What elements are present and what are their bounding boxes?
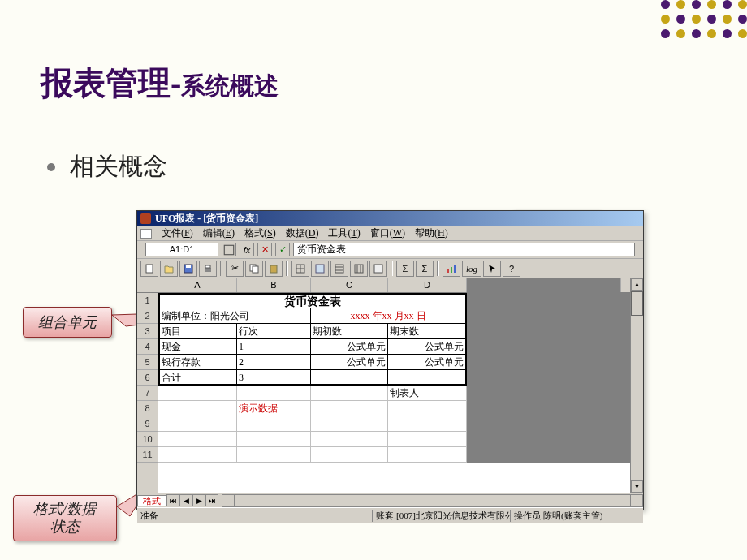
cell-date[interactable]: xxxx 年xx 月xx 日 bbox=[311, 308, 467, 324]
tab-nav-last[interactable]: ⏭ bbox=[205, 494, 218, 506]
cell[interactable]: 期初数 bbox=[311, 324, 388, 339]
cell[interactable]: 1 bbox=[237, 339, 311, 355]
table-row bbox=[158, 432, 643, 447]
cell[interactable] bbox=[237, 447, 311, 463]
cell[interactable]: 银行存款 bbox=[158, 355, 237, 370]
menu-help[interactable]: 帮助(H) bbox=[415, 226, 448, 240]
pointer-button[interactable] bbox=[483, 261, 501, 277]
row-header-5[interactable]: 5 bbox=[137, 355, 158, 370]
cell[interactable] bbox=[311, 386, 388, 401]
formula-input[interactable]: 货币资金表 bbox=[293, 243, 635, 256]
cell[interactable] bbox=[158, 386, 237, 401]
cell[interactable]: 公式单元 bbox=[311, 355, 388, 370]
grid-button-4[interactable] bbox=[350, 261, 368, 277]
tab-nav-first[interactable]: ⏮ bbox=[166, 494, 179, 506]
cell[interactable]: 2 bbox=[237, 355, 311, 370]
open-button[interactable] bbox=[160, 261, 178, 277]
paste-button[interactable] bbox=[265, 261, 283, 277]
cell[interactable] bbox=[311, 432, 388, 447]
menu-data[interactable]: 数据(D) bbox=[286, 226, 319, 240]
cell[interactable]: 期末数 bbox=[388, 324, 467, 339]
cell[interactable] bbox=[158, 447, 237, 463]
col-header-d[interactable]: D bbox=[388, 278, 467, 292]
row-header-7[interactable]: 7 bbox=[137, 386, 158, 401]
fx-button[interactable]: fx bbox=[240, 243, 254, 256]
cell[interactable] bbox=[237, 386, 311, 401]
vertical-scrollbar[interactable]: ▲ ▼ bbox=[630, 278, 643, 493]
cell[interactable]: 合计 bbox=[158, 370, 237, 386]
check-icon[interactable]: ✓ bbox=[275, 243, 290, 256]
new-button[interactable] bbox=[140, 261, 158, 277]
grid-button-3[interactable] bbox=[330, 261, 348, 277]
cut-button[interactable]: ✂ bbox=[226, 261, 244, 277]
row-header-2[interactable]: 2 bbox=[137, 308, 158, 324]
row-header-6[interactable]: 6 bbox=[137, 370, 158, 386]
cell[interactable] bbox=[311, 370, 388, 386]
row-header-1[interactable]: 1 bbox=[137, 293, 158, 308]
cell[interactable] bbox=[311, 447, 388, 463]
menu-file[interactable]: 文件(F) bbox=[162, 226, 193, 240]
table-row: 演示数据 bbox=[158, 401, 643, 416]
copy-button[interactable] bbox=[245, 261, 263, 277]
cell[interactable]: 公式单元 bbox=[311, 339, 388, 355]
cell-reference[interactable]: A1:D1 bbox=[145, 243, 218, 256]
row-header-3[interactable]: 3 bbox=[137, 324, 158, 339]
cell[interactable] bbox=[311, 416, 388, 432]
cell[interactable] bbox=[388, 401, 467, 416]
svg-rect-8 bbox=[186, 265, 191, 268]
grid-button-5[interactable] bbox=[369, 261, 387, 277]
chart-button[interactable] bbox=[443, 261, 460, 277]
cell[interactable] bbox=[311, 401, 388, 416]
cell[interactable]: 公式单元 bbox=[388, 339, 467, 355]
cell[interactable] bbox=[388, 432, 467, 447]
cell[interactable]: 制表人 bbox=[388, 386, 467, 401]
cell[interactable] bbox=[237, 432, 311, 447]
col-header-a[interactable]: A bbox=[158, 278, 237, 292]
cell-demo-data[interactable]: 演示数据 bbox=[237, 401, 311, 416]
row-header-10[interactable]: 10 bbox=[137, 432, 158, 447]
cell[interactable] bbox=[158, 401, 237, 416]
menu-format[interactable]: 格式(S) bbox=[244, 226, 276, 240]
menu-edit[interactable]: 编辑(E) bbox=[203, 226, 235, 240]
horizontal-scrollbar[interactable] bbox=[222, 494, 643, 507]
log-button[interactable]: log bbox=[462, 261, 481, 277]
col-header-b[interactable]: B bbox=[237, 278, 311, 292]
cell[interactable]: 行次 bbox=[237, 324, 311, 339]
row-header-11[interactable]: 11 bbox=[137, 447, 158, 463]
cell[interactable] bbox=[158, 416, 237, 432]
help-button[interactable]: ? bbox=[503, 261, 520, 277]
row-header-9[interactable]: 9 bbox=[137, 416, 158, 432]
save-button[interactable] bbox=[179, 261, 197, 277]
cell-unit[interactable]: 编制单位：阳光公司 bbox=[158, 308, 311, 324]
fb-btn-1[interactable] bbox=[222, 243, 236, 256]
cell[interactable] bbox=[388, 447, 467, 463]
cell[interactable] bbox=[388, 370, 467, 386]
svg-rect-5 bbox=[224, 245, 233, 254]
scroll-down-icon[interactable]: ▼ bbox=[631, 480, 643, 493]
cell[interactable]: 3 bbox=[237, 370, 311, 386]
grid-button-1[interactable] bbox=[291, 261, 309, 277]
cell[interactable] bbox=[388, 416, 467, 432]
scroll-up-icon[interactable]: ▲ bbox=[631, 278, 643, 291]
row-header-4[interactable]: 4 bbox=[137, 339, 158, 355]
cell[interactable]: 现金 bbox=[158, 339, 237, 355]
tab-nav-prev[interactable]: ◀ bbox=[179, 494, 192, 506]
sheet-tab-format[interactable]: 格式 bbox=[137, 495, 166, 506]
sigma-button-2[interactable]: Σ bbox=[416, 261, 434, 277]
cell[interactable] bbox=[158, 432, 237, 447]
scroll-thumb[interactable] bbox=[631, 291, 643, 316]
merged-title-cell[interactable]: 货币资金表 bbox=[158, 293, 467, 308]
cancel-icon[interactable]: ✕ bbox=[257, 243, 272, 256]
tab-nav-next[interactable]: ▶ bbox=[192, 494, 205, 506]
sigma-button-1[interactable]: Σ bbox=[396, 261, 414, 277]
select-all-corner[interactable] bbox=[137, 278, 158, 293]
print-button[interactable] bbox=[199, 261, 217, 277]
menu-tools[interactable]: 工具(T) bbox=[328, 226, 360, 240]
cell[interactable]: 项目 bbox=[158, 324, 237, 339]
menu-window[interactable]: 窗口(W) bbox=[370, 226, 405, 240]
row-header-8[interactable]: 8 bbox=[137, 401, 158, 416]
cell[interactable]: 公式单元 bbox=[388, 355, 467, 370]
grid-button-2[interactable] bbox=[311, 261, 329, 277]
cell[interactable] bbox=[237, 416, 311, 432]
col-header-c[interactable]: C bbox=[311, 278, 388, 292]
